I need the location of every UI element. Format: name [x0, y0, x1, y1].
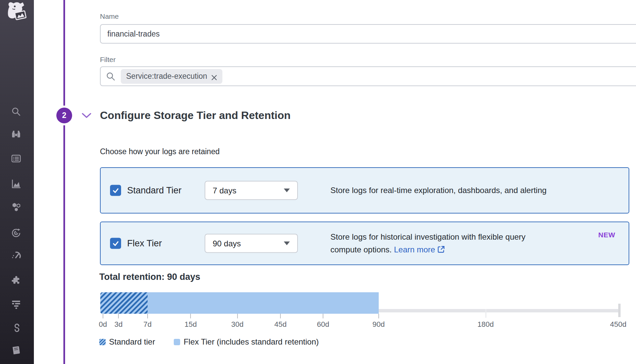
flex-retention-select[interactable]: 90 days	[205, 234, 298, 253]
axis-tick-7d	[147, 314, 148, 318]
axis-tick-450d	[618, 304, 621, 317]
axis-tick-90d	[378, 314, 379, 318]
axis-label-90d: 90d	[372, 320, 385, 329]
sidebar	[0, 0, 34, 364]
apm-icon[interactable]	[11, 228, 21, 238]
flex-tier-description: Store logs for historical investigation …	[330, 231, 559, 256]
close-icon[interactable]	[211, 73, 217, 79]
legend-flex-label: Flex Tier (includes standard retention)	[183, 337, 319, 347]
filter-tag-label: Service:trade-execution	[126, 72, 207, 81]
axis-label-3d: 3d	[114, 320, 122, 329]
standard-tier-checkbox[interactable]	[110, 185, 121, 196]
filter-label: Filter	[100, 56, 116, 64]
filter-tag: Service:trade-execution	[121, 69, 222, 84]
logs-icon[interactable]	[11, 299, 21, 309]
legend-standard-label: Standard tier	[109, 337, 155, 347]
log-index-configuration-page: 2 Name Filter Service:trade-execution Co…	[0, 0, 636, 364]
infrastructure-icon[interactable]	[11, 202, 21, 212]
performance-gauge-icon[interactable]	[11, 251, 21, 261]
axis-label-60d: 60d	[317, 320, 329, 329]
watchdog-binoculars-icon[interactable]	[11, 129, 21, 139]
axis-tick-60d	[323, 314, 323, 318]
integrations-puzzle-icon[interactable]	[11, 276, 21, 286]
pipelines-icon[interactable]	[11, 323, 21, 333]
notebook-icon[interactable]	[11, 345, 21, 355]
axis-tick-30d	[237, 314, 238, 318]
sidebar-nav	[0, 0, 34, 364]
axis-label-0d: 0d	[99, 320, 107, 329]
axis-tick-3d	[118, 314, 119, 318]
axis-tick-15d	[190, 314, 191, 318]
step-number-badge: 2	[56, 108, 72, 123]
retention-track	[379, 309, 620, 312]
dashboards-icon[interactable]	[11, 154, 21, 164]
filter-input[interactable]: Service:trade-execution	[100, 66, 636, 86]
metrics-icon[interactable]	[11, 179, 21, 189]
external-link-icon[interactable]	[437, 244, 445, 252]
section-title: Configure Storage Tier and Retention	[100, 109, 290, 122]
flex-retention-value: 90 days	[213, 239, 241, 248]
name-label: Name	[100, 12, 119, 20]
standard-retention-select[interactable]: 7 days	[205, 181, 298, 200]
retention-legend: Standard tier Flex Tier (includes standa…	[99, 337, 319, 347]
section-subtitle: Choose how your logs are retained	[100, 147, 220, 156]
standard-retention-value: 7 days	[213, 186, 236, 195]
legend-item-flex: Flex Tier (includes standard retention)	[174, 337, 319, 347]
standard-tier-description: Store logs for real-time exploration, da…	[330, 184, 572, 197]
learn-more-link[interactable]: Learn more	[394, 245, 435, 254]
flex-tier-checkbox[interactable]	[110, 238, 121, 249]
axis-tick-45d	[280, 314, 281, 318]
axis-label-7d: 7d	[144, 320, 152, 329]
standard-tier-label: Standard Tier	[127, 185, 181, 196]
legend-item-standard: Standard tier	[99, 337, 155, 347]
axis-label-45d: 45d	[274, 320, 287, 329]
name-input[interactable]	[100, 24, 636, 44]
new-badge: NEW	[598, 231, 616, 239]
axis-tick-0d	[103, 314, 103, 318]
flex-tier-label: Flex Tier	[127, 238, 162, 249]
total-retention-label: Total retention: 90 days	[99, 272, 200, 282]
chevron-down-icon	[284, 189, 290, 192]
axis-label-180d: 180d	[477, 320, 494, 329]
search-icon[interactable]	[11, 107, 21, 117]
chevron-down-icon	[284, 242, 290, 245]
retention-bar: 0d3d7d15d30d45d60d90d180d450d	[100, 292, 620, 332]
axis-tick-180d	[485, 309, 486, 318]
standard-tier-card: Standard Tier 7 days Store logs for real…	[100, 167, 629, 214]
search-icon	[106, 72, 115, 81]
hatched-swatch-icon	[99, 339, 106, 345]
chevron-down-icon[interactable]	[82, 112, 92, 119]
standard-retention-segment	[100, 292, 148, 314]
axis-label-30d: 30d	[231, 320, 244, 329]
solid-swatch-icon	[174, 339, 180, 345]
axis-label-450d: 450d	[610, 320, 627, 329]
stepper-line	[63, 0, 65, 364]
axis-label-15d: 15d	[184, 320, 197, 329]
flex-tier-card: Flex Tier 90 days Store logs for histori…	[100, 222, 629, 265]
